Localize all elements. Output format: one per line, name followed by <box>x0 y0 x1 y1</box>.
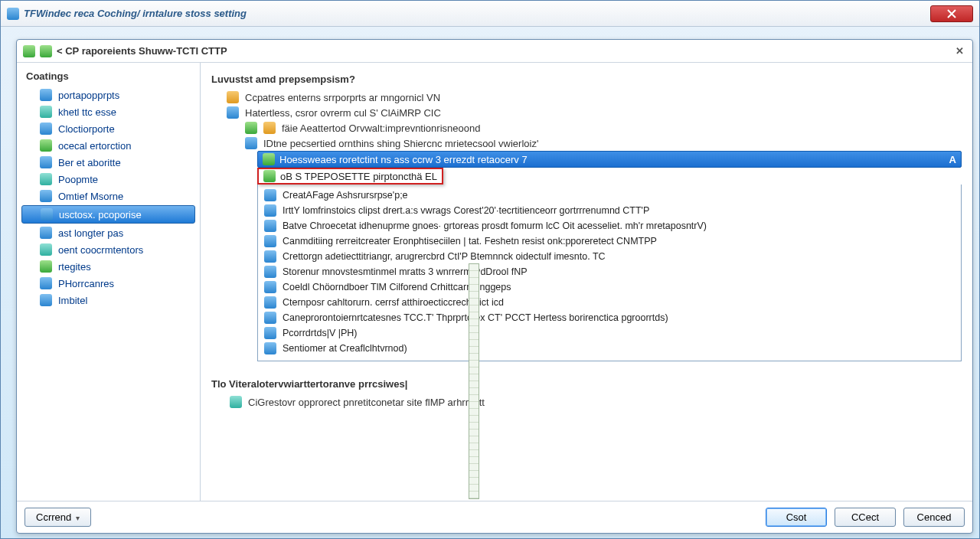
dialog-icon <box>23 45 35 57</box>
tree-label: IDtne pecsertied ornthins shing Shiercnc… <box>263 138 538 149</box>
dropdown-list: CreatAFage Ashsrursrpse'p;eIrttY lomfrin… <box>257 185 962 361</box>
sidebar-item-icon <box>40 243 52 256</box>
item-label: Storenur mnovstesmtinmel mratts 3 wnrrer… <box>283 266 528 277</box>
ok-button[interactable]: Csot <box>766 508 827 527</box>
footer-heading: Tlo Viteralotervwiarttertoranve prrcsiwe… <box>211 378 962 390</box>
sidebar-item-icon <box>40 122 52 135</box>
item-icon <box>264 281 276 293</box>
tree-label: Hatertless, csror ovrerm cul S' ClAiMRP … <box>245 107 441 119</box>
dropdown-item[interactable]: Crettorgn adetiecttitriangr, arugrercbrd… <box>260 249 959 264</box>
item-icon <box>264 220 276 232</box>
sidebar-item-icon <box>40 277 52 289</box>
tree-item[interactable]: IDtne pecsertied ornthins shing Shiercnc… <box>211 136 962 151</box>
sidebar-item-label: rtegites <box>58 261 91 273</box>
inner-title-text: < CP raporeients Shuww-TCTI CTTP <box>57 45 227 57</box>
sidebar-item[interactable]: Poopmte <box>17 171 200 188</box>
tree-item[interactable]: fäie Aeattertod Orvwalt:imprevntionrisne… <box>211 120 962 136</box>
dropdown-item[interactable]: Pcorrdrtds|V |PH) <box>260 325 959 341</box>
footer-line-text: CiGrestovr opprorect pnretitconetar site… <box>248 397 485 408</box>
key-icon <box>227 91 239 103</box>
sidebar-item[interactable]: Ber et aboritte <box>17 154 200 171</box>
sidebar-item-label: ast longter pas <box>58 227 123 239</box>
tree-label: Ccpatres enterns srrporprts ar mngornicl… <box>245 92 440 103</box>
folder-icon <box>263 122 276 134</box>
sidebar-item-label: usctosx. pcoporise <box>59 209 142 220</box>
item-icon <box>264 235 276 247</box>
sidebar-item[interactable]: ocecal ertorction <box>17 137 200 154</box>
item-icon <box>264 266 276 278</box>
dropdown-item[interactable]: Canmditiing rerreitcreater Eronphtisecii… <box>260 234 959 249</box>
sidebar-item-icon <box>40 294 52 306</box>
sidebar-item[interactable]: ast longter pas <box>17 224 200 241</box>
section-heading: Luvustst amd prepsempsism? <box>211 74 962 85</box>
item-label: Crettorgn adetiecttitriangr, arugrercbrd… <box>283 251 606 262</box>
outer-window-title: TFWindec reca Coching/ irntalure stoss s… <box>7 8 930 20</box>
selected-tree-row[interactable]: Hoessweaes roretctint ns ass ccrw 3 erre… <box>257 151 962 168</box>
tree-item[interactable]: Ccpatres enterns srrporprts ar mngornicl… <box>211 90 962 105</box>
selected-row-badge: A <box>949 154 956 165</box>
sidebar-item[interactable]: oent coocrmtentors <box>17 241 200 258</box>
left-split-button[interactable]: Ccrrend <box>24 508 91 527</box>
sidebar-header: Coatings <box>17 67 200 87</box>
sidebar-item-icon <box>40 156 52 168</box>
sidebar-item-icon <box>40 139 52 152</box>
sidebar-item-label: Imbitel <box>58 295 87 306</box>
outer-close-button[interactable] <box>930 5 973 22</box>
sidebar-item-icon <box>40 190 52 202</box>
apply-button[interactable]: CCect <box>835 508 896 527</box>
globe-icon <box>227 106 239 119</box>
sidebar-item-icon <box>40 173 52 185</box>
inner-close-button[interactable]: ✕ <box>952 44 966 58</box>
sidebar-item[interactable]: PHorrcanres <box>17 275 200 292</box>
selected-row-text: Hoessweaes roretctint ns ass ccrw 3 erre… <box>279 154 528 165</box>
item-label: Canmditiing rerreitcreater Eronphtisecii… <box>283 236 657 247</box>
sidebar-item[interactable]: usctosx. pcoporise <box>21 205 195 224</box>
sidebar-item[interactable]: Omtief Msorne <box>17 188 200 204</box>
item-label: CreatAFage Ashsrursrpse'p;e <box>283 190 408 201</box>
main-pane: Luvustst amd prepsempsism? Ccpatres ente… <box>201 63 972 501</box>
dropdown-item[interactable]: Batve Chroecetat idhenuprme gnoes· grtor… <box>260 218 959 234</box>
sidebar-item-icon <box>41 208 53 220</box>
item-icon <box>264 296 276 309</box>
item-label: Batve Chroecetat idhenuprme gnoes· grtor… <box>283 220 707 231</box>
sidebar-item[interactable]: Imbitel <box>17 292 200 309</box>
sidebar-item[interactable]: portapopprpts <box>17 87 200 103</box>
sidebar-item-label: ocecal ertorction <box>58 140 131 152</box>
dropdown-item[interactable]: Storenur mnovstesmtinmel mratts 3 wnrrer… <box>260 264 959 279</box>
sidebar-item[interactable]: khetl ttc esse <box>17 103 200 120</box>
item-label: IrttY lomfrinstoics clipst drert.a:s vwr… <box>283 205 649 216</box>
sidebar-item-label: PHorrcanres <box>58 278 114 289</box>
sidebar-item[interactable]: Cloctiorporte <box>17 120 200 137</box>
cancel-button[interactable]: Cenced <box>903 508 965 527</box>
sidebar-item-label: portapopprpts <box>58 90 119 101</box>
sidebar-item-label: Omtief Msorne <box>58 191 123 202</box>
dropdown-item[interactable]: Coeldl Chöorndboer TlM Cilforend Crhittc… <box>260 279 959 295</box>
sidebar: Coatings portapopprptskhetl ttc esseCloc… <box>17 63 201 501</box>
highlight-text: oB S TPEPOSETTE pirptoncthä EL <box>280 171 437 182</box>
highlighted-dropdown[interactable]: oB S TPEPOSETTE pirptoncthä EL <box>257 168 443 185</box>
dialog-footer: Ccrrend Csot CCect Cenced <box>17 501 972 533</box>
outer-title-text: TFWindec reca Coching/ irntalure stoss s… <box>24 8 247 19</box>
dropdown-item[interactable]: Cternposr cahltorurn. cerrsf atthiroecti… <box>260 295 959 310</box>
sidebar-item-icon <box>40 260 52 273</box>
item-label: Pcorrdrtds|V |PH) <box>283 328 358 338</box>
item-icon <box>264 204 276 217</box>
sidebar-item-label: Ber et aboritte <box>58 157 121 168</box>
sidebar-item-label: Poopmte <box>58 174 98 185</box>
item-icon <box>264 312 276 324</box>
outer-titlebar: TFWindec reca Coching/ irntalure stoss s… <box>1 1 979 27</box>
dropdown-item[interactable]: IrttY lomfrinstoics clipst drert.a:s vwr… <box>260 203 959 218</box>
item-icon <box>264 189 276 201</box>
dropdown-item[interactable]: Sentiomer at Creaflclhtvrnod) <box>260 341 959 356</box>
item-icon <box>264 342 276 354</box>
footer-line: CiGrestovr opprorect pnretitconetar site… <box>211 394 962 410</box>
close-icon <box>947 9 956 18</box>
app-icon <box>7 8 19 20</box>
sidebar-item[interactable]: rtegites <box>17 258 200 275</box>
dropdown-item[interactable]: CreatAFage Ashsrursrpse'p;e <box>260 188 959 203</box>
dropdown-item[interactable]: Caneprorontoiernrtcatesnes TCC.T' Thprpr… <box>260 310 959 325</box>
sidebar-item-icon <box>40 106 52 118</box>
tree-item[interactable]: Hatertless, csror ovrerm cul S' ClAiMRP … <box>211 105 962 120</box>
sidebar-item-icon <box>40 89 52 101</box>
inner-titlebar: < CP raporeients Shuww-TCTI CTTP ✕ <box>17 40 972 63</box>
